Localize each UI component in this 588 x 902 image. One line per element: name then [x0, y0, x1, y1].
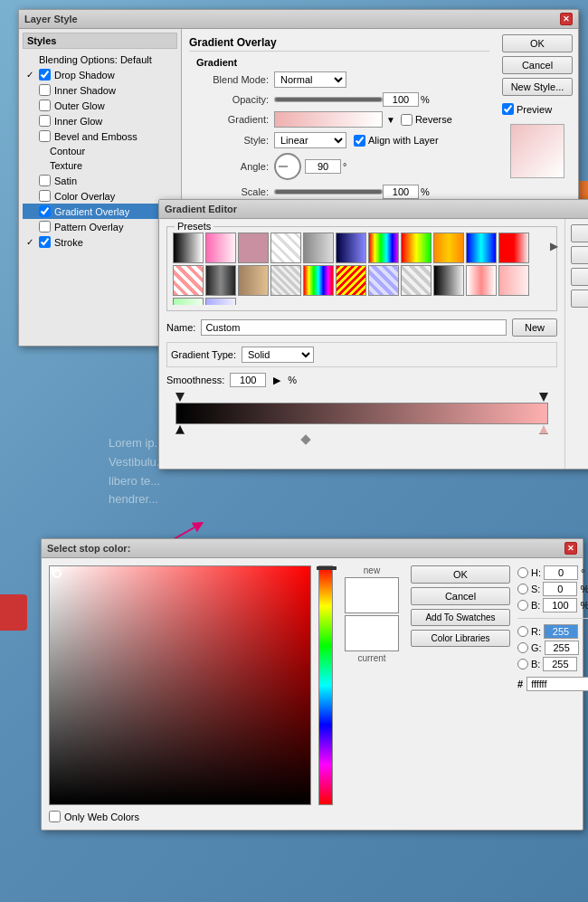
name-input[interactable] [201, 319, 507, 336]
r-radio[interactable] [517, 626, 528, 637]
cp-cancel-button[interactable]: Cancel [411, 587, 510, 605]
preset-17[interactable] [336, 265, 366, 296]
g-radio[interactable] [517, 642, 528, 653]
new-style-button[interactable]: New Style... [502, 78, 573, 96]
opacity-slider[interactable] [274, 97, 383, 102]
style-select[interactable]: Linear [274, 132, 346, 148]
stroke-checkbox[interactable] [39, 236, 51, 248]
g-input[interactable] [545, 641, 579, 655]
ge-save-button[interactable]: Save... [571, 290, 588, 308]
h-input[interactable] [544, 565, 578, 580]
reverse-checkbox[interactable] [401, 114, 413, 126]
color-stop-left[interactable] [175, 425, 185, 434]
color-libraries-button[interactable]: Color Libraries [411, 630, 510, 647]
bl-radio[interactable] [517, 659, 528, 669]
color-stop-right[interactable] [539, 425, 548, 434]
pattern-overlay-checkbox[interactable] [39, 221, 51, 233]
blend-mode-select[interactable]: Normal [274, 71, 346, 88]
gradient-overlay-item[interactable]: Gradient Overlay [23, 204, 177, 219]
gradient-dropdown-arrow[interactable]: ▼ [386, 115, 395, 125]
gradient-overlay-checkbox[interactable] [39, 205, 51, 217]
preset-19[interactable] [401, 265, 432, 296]
preset-3[interactable] [238, 233, 269, 263]
texture-item[interactable]: Texture [23, 158, 177, 173]
satin-checkbox[interactable] [39, 175, 51, 186]
bevel-emboss-item[interactable]: Bevel and Emboss [23, 128, 177, 144]
preset-14[interactable] [238, 265, 269, 296]
preset-11[interactable] [498, 233, 529, 263]
h-radio[interactable] [517, 567, 528, 578]
opacity-stop-right[interactable] [539, 393, 548, 402]
preview-checkbox[interactable] [502, 103, 514, 115]
preset-8[interactable] [401, 233, 432, 263]
cancel-button[interactable]: Cancel [502, 56, 573, 74]
inner-shadow-checkbox[interactable] [39, 84, 51, 96]
blending-options-item[interactable]: Blending Options: Default [23, 52, 177, 67]
preset-9[interactable] [433, 233, 464, 263]
hex-input[interactable] [526, 677, 588, 691]
opacity-stop-left[interactable] [175, 393, 185, 402]
preset-20[interactable] [433, 265, 464, 296]
b-radio[interactable] [517, 600, 528, 611]
preset-24[interactable] [205, 298, 236, 305]
color-picker-close[interactable]: ✕ [564, 542, 577, 555]
preset-5[interactable] [303, 233, 334, 263]
r-input[interactable] [544, 624, 578, 639]
inner-shadow-item[interactable]: Inner Shadow [23, 82, 177, 98]
inner-glow-checkbox[interactable] [39, 115, 51, 127]
ge-load-button[interactable]: Load... [571, 268, 588, 286]
drop-shadow-checkbox[interactable] [39, 69, 51, 81]
preset-7[interactable] [368, 233, 399, 263]
presets-arrow[interactable]: ▶ [550, 240, 558, 252]
color-overlay-checkbox[interactable] [39, 190, 51, 202]
opacity-input[interactable] [383, 92, 419, 107]
preset-16[interactable] [303, 265, 334, 296]
s-input[interactable] [543, 582, 577, 596]
ge-ok-button[interactable]: OK [571, 224, 588, 242]
angle-dial[interactable] [274, 153, 301, 180]
pattern-overlay-item[interactable]: Pattern Overlay [23, 219, 177, 234]
preset-22[interactable] [498, 265, 529, 296]
preset-1[interactable] [173, 233, 204, 263]
gradient-preview[interactable] [274, 111, 383, 128]
preset-6[interactable] [336, 233, 366, 263]
outer-glow-item[interactable]: Outer Glow [23, 98, 177, 113]
s-radio[interactable] [517, 584, 528, 594]
preset-21[interactable] [466, 265, 497, 296]
smoothness-arrow[interactable]: ▶ [273, 375, 280, 386]
satin-item[interactable]: Satin [23, 173, 177, 188]
layer-style-close-button[interactable]: ✕ [560, 13, 573, 25]
color-overlay-item[interactable]: Color Overlay [23, 188, 177, 204]
stroke-item[interactable]: Stroke [23, 234, 177, 250]
contour-item[interactable]: Contour [23, 144, 177, 158]
bevel-emboss-checkbox[interactable] [39, 130, 51, 142]
smoothness-input[interactable] [230, 373, 266, 387]
preset-23[interactable] [173, 298, 204, 305]
midpoint-diamond[interactable] [300, 434, 310, 444]
outer-glow-checkbox[interactable] [39, 100, 51, 111]
scale-input[interactable] [383, 185, 419, 199]
bl-input[interactable] [543, 657, 577, 671]
drop-shadow-item[interactable]: Drop Shadow [23, 67, 177, 82]
angle-input[interactable] [305, 159, 341, 174]
preset-10[interactable] [466, 233, 497, 263]
gradient-type-select[interactable]: Solid [242, 347, 314, 363]
preset-2[interactable] [205, 233, 236, 263]
align-layer-checkbox[interactable] [354, 135, 365, 147]
ok-button[interactable]: OK [502, 34, 573, 52]
gradient-bar[interactable] [175, 403, 548, 424]
inner-glow-item[interactable]: Inner Glow [23, 113, 177, 128]
cp-ok-button[interactable]: OK [411, 565, 510, 584]
preset-13[interactable] [205, 265, 236, 296]
only-web-colors-checkbox[interactable] [49, 811, 61, 822]
ge-cancel-button[interactable]: Cancel [571, 246, 588, 264]
preset-12[interactable] [173, 265, 204, 296]
hue-slider[interactable] [318, 565, 333, 805]
color-field[interactable] [49, 565, 311, 805]
preset-18[interactable] [368, 265, 399, 296]
new-gradient-button[interactable]: New [512, 318, 557, 337]
add-to-swatches-button[interactable]: Add To Swatches [411, 609, 510, 626]
preset-4[interactable] [270, 233, 301, 263]
scale-slider[interactable] [274, 189, 383, 195]
b-input[interactable] [543, 598, 577, 612]
